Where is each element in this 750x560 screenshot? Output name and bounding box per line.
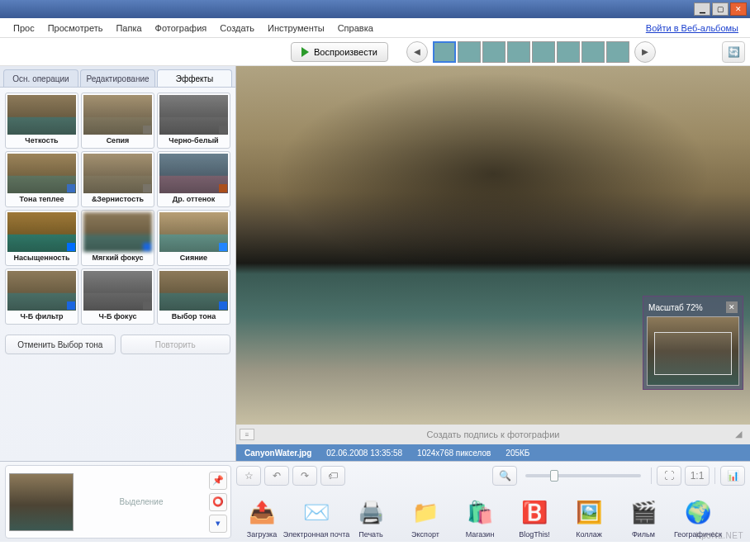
play-slideshow-button[interactable]: Воспроизвести bbox=[291, 42, 388, 62]
info-dimensions: 1024x768 пикселов bbox=[417, 448, 491, 458]
next-photo-button[interactable]: ► bbox=[634, 41, 656, 63]
action-icon: 🅱️ bbox=[517, 496, 552, 529]
caption-input[interactable]: Создать подпись к фотографии bbox=[427, 429, 560, 439]
actual-size-button[interactable]: 1:1 bbox=[685, 466, 710, 486]
panel-toggle-button[interactable]: ≡ bbox=[240, 429, 254, 440]
effect-thumb bbox=[83, 271, 152, 311]
menu-tools[interactable]: Инструменты bbox=[261, 21, 331, 36]
menu-help[interactable]: Справка bbox=[331, 21, 380, 36]
window-titlebar: ▁ ▢ ✕ bbox=[0, 0, 750, 18]
filmstrip-thumb[interactable] bbox=[433, 41, 456, 63]
image-viewport[interactable]: Масштаб 72% ✕ bbox=[236, 66, 750, 425]
effect-&Зернистость[interactable]: &Зернистость bbox=[81, 151, 154, 207]
menu-item[interactable]: Прос bbox=[7, 21, 41, 36]
web-albums-link[interactable]: Войти в Веб-альбомы bbox=[646, 23, 743, 33]
zoom-navigator[interactable]: Масштаб 72% ✕ bbox=[643, 296, 743, 390]
effect-Сепия[interactable]: Сепия bbox=[81, 93, 154, 149]
tray-right: ☆ ↶ ↷ 🏷 🔍 ⛶ 1:1 📊 📤Загрузка✉️Электронная… bbox=[236, 465, 745, 539]
zoom-viewport-rect[interactable] bbox=[654, 332, 732, 375]
action-label: Печать bbox=[358, 530, 382, 539]
effect-Сияние[interactable]: Сияние bbox=[157, 210, 230, 266]
action-label: Загрузка bbox=[247, 530, 277, 539]
filmstrip-thumb[interactable] bbox=[581, 41, 605, 63]
selection-thumb[interactable] bbox=[9, 473, 74, 531]
effect-thumb bbox=[7, 212, 76, 252]
action-Магазин[interactable]: 🛍️Магазин bbox=[454, 496, 506, 539]
tag-button[interactable]: 🏷 bbox=[320, 466, 345, 486]
effect-Ч-Б фильтр[interactable]: Ч-Б фильтр bbox=[5, 268, 78, 325]
prev-photo-button[interactable]: ◄ bbox=[406, 41, 428, 63]
image-panel: Масштаб 72% ✕ ≡ Создать подпись к фотогр… bbox=[236, 66, 750, 461]
effect-thumb bbox=[7, 154, 76, 193]
effect-Ч-Б фокус[interactable]: Ч-Б фокус bbox=[81, 268, 154, 325]
filmstrip-thumb[interactable] bbox=[557, 41, 580, 63]
zoom-minimap[interactable] bbox=[647, 316, 739, 386]
effect-Насыщенность[interactable]: Насыщенность bbox=[5, 210, 78, 266]
tray-toolbar: ☆ ↶ ↷ 🏷 🔍 ⛶ 1:1 📊 bbox=[236, 465, 745, 486]
menu-view[interactable]: Просмотреть bbox=[41, 21, 110, 36]
minimize-button[interactable]: ▁ bbox=[694, 2, 710, 16]
fit-screen-button[interactable]: ⛶ bbox=[657, 466, 681, 486]
action-icon: 🖨️ bbox=[354, 496, 388, 529]
add-to-button[interactable]: ▾ bbox=[209, 515, 227, 533]
filmstrip bbox=[433, 41, 629, 63]
action-Печать[interactable]: 🖨️Печать bbox=[345, 496, 396, 539]
close-button[interactable]: ✕ bbox=[730, 2, 747, 16]
menu-photo[interactable]: Фотография bbox=[149, 21, 214, 36]
filmstrip-thumb[interactable] bbox=[606, 41, 629, 63]
effect-Др. оттенок[interactable]: Др. оттенок bbox=[157, 151, 230, 207]
sync-button[interactable]: 🔄 bbox=[722, 41, 745, 63]
filmstrip-thumb[interactable] bbox=[458, 41, 481, 63]
histogram-button[interactable]: 📊 bbox=[720, 466, 745, 486]
effect-thumb bbox=[83, 154, 152, 193]
action-icon: 🛍️ bbox=[463, 496, 497, 529]
zoom-slider[interactable] bbox=[525, 474, 641, 477]
action-Электронная почта[interactable]: ✉️Электронная почта bbox=[291, 496, 342, 539]
action-icon: ✉️ bbox=[299, 496, 334, 529]
selection-label: Выделение bbox=[80, 497, 202, 506]
star-button[interactable]: ☆ bbox=[236, 466, 261, 486]
action-BlogThis![interactable]: 🅱️BlogThis! bbox=[509, 496, 560, 539]
effect-label: Сепия bbox=[83, 135, 152, 146]
effect-label: Мягкий фокус bbox=[83, 252, 152, 263]
effect-thumb bbox=[159, 271, 228, 311]
main-area: Осн. операции Редактирование Эффекты Чет… bbox=[0, 66, 750, 461]
maximize-button[interactable]: ▢ bbox=[712, 2, 729, 16]
filmstrip-thumb[interactable] bbox=[532, 41, 555, 63]
action-Загрузка[interactable]: 📤Загрузка bbox=[236, 496, 287, 539]
zoom-label: Масштаб 72% bbox=[648, 303, 703, 312]
action-Экспорт[interactable]: 📁Экспорт bbox=[400, 496, 451, 539]
effect-Мягкий фокус[interactable]: Мягкий фокус bbox=[81, 210, 154, 266]
effect-Четкость[interactable]: Четкость bbox=[5, 93, 78, 149]
action-label: Коллаж bbox=[576, 530, 602, 539]
tab-tuning[interactable]: Редактирование bbox=[80, 69, 155, 87]
rotate-cw-button[interactable]: ↷ bbox=[292, 466, 317, 486]
effect-thumb bbox=[159, 154, 228, 193]
effect-thumb bbox=[7, 271, 76, 311]
tab-basic[interactable]: Осн. операции bbox=[3, 69, 78, 87]
info-filename: CanyonWater.jpg bbox=[244, 448, 311, 458]
hold-button[interactable]: 📌 bbox=[209, 472, 227, 490]
action-Фильм[interactable]: 🎬Фильм bbox=[618, 496, 669, 539]
filmstrip-thumb[interactable] bbox=[507, 41, 530, 63]
edit-tabs: Осн. операции Редактирование Эффекты bbox=[0, 66, 235, 88]
zoom-close-button[interactable]: ✕ bbox=[726, 301, 738, 313]
effect-Тона теплее[interactable]: Тона теплее bbox=[5, 151, 78, 207]
undo-button[interactable]: Отменить Выбор тона bbox=[5, 335, 116, 354]
zoom-slider-knob[interactable] bbox=[550, 470, 558, 482]
zoom-out-icon[interactable]: 🔍 bbox=[492, 466, 517, 486]
tab-effects[interactable]: Эффекты bbox=[157, 69, 232, 87]
menu-folder[interactable]: Папка bbox=[109, 21, 148, 36]
effect-label: Насыщенность bbox=[7, 252, 76, 263]
effect-label: Тона теплее bbox=[7, 193, 76, 205]
rotate-ccw-button[interactable]: ↶ bbox=[264, 466, 289, 486]
undo-redo-row: Отменить Выбор тона Повторить bbox=[0, 330, 235, 359]
action-label: Экспорт bbox=[411, 530, 439, 539]
action-Коллаж[interactable]: 🖼️Коллаж bbox=[563, 496, 615, 539]
filmstrip-thumb[interactable] bbox=[482, 41, 506, 63]
effect-Черно-белый[interactable]: Черно-белый bbox=[157, 93, 230, 149]
menu-create[interactable]: Создать bbox=[213, 21, 261, 36]
action-icon: 📁 bbox=[408, 496, 443, 529]
clear-button[interactable]: ⭕ bbox=[209, 493, 227, 511]
effect-Выбор тона[interactable]: Выбор тона bbox=[157, 268, 230, 325]
